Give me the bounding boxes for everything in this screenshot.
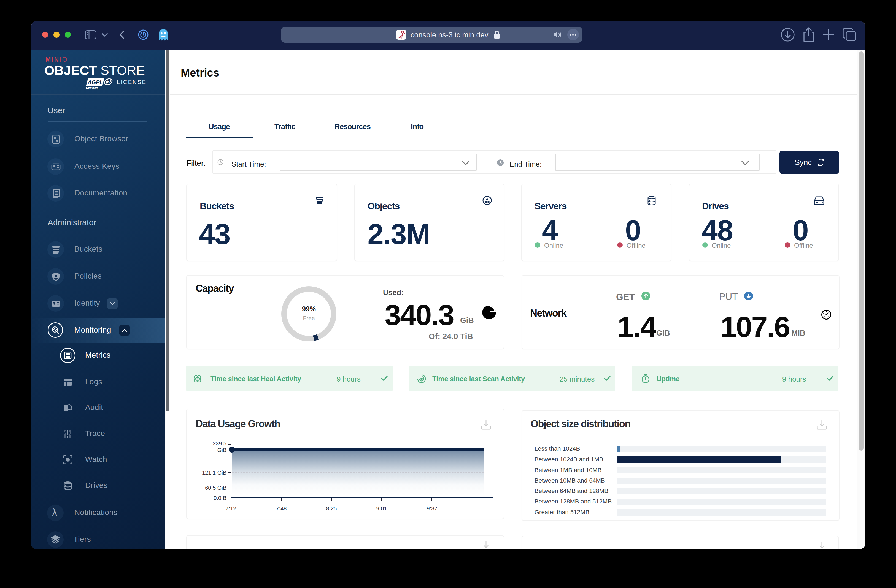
svg-text:3: 3 bbox=[107, 79, 110, 86]
svg-text:AGPL: AGPL bbox=[87, 79, 103, 85]
svg-text:Free Software: Free Software bbox=[87, 87, 99, 89]
